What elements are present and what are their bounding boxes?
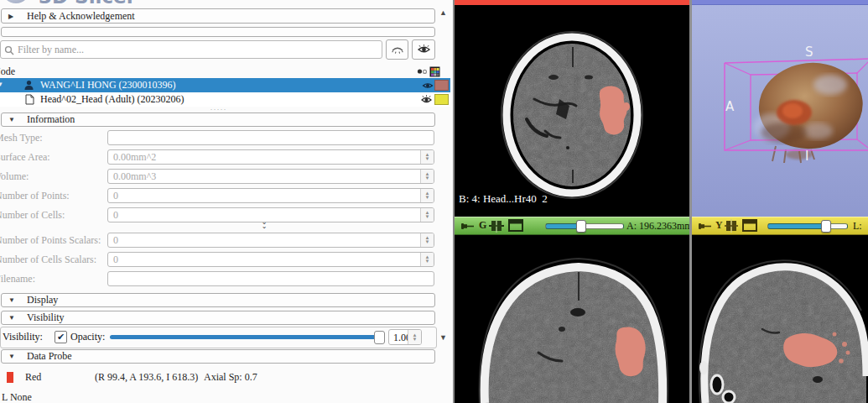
tree-header-node: Node [0, 65, 15, 78]
slice-intersection-icon[interactable] [489, 219, 504, 233]
field-row-surface-area: Surface Area: 0.00mm^2 ▲▼ [0, 149, 437, 165]
slice-offset-slider[interactable] [767, 223, 848, 229]
filename-label: Filename: [0, 273, 35, 285]
num-cells-label: Number of Cells: [0, 209, 65, 222]
yellow-slice-offset: L: [853, 220, 862, 233]
more-fields-chevron-icon[interactable]: ⌄⌄ [258, 220, 270, 230]
spin-stepper[interactable]: ▲▼ [420, 150, 434, 164]
study-icon [25, 94, 34, 105]
orientation-label-superior: S [805, 44, 813, 60]
slice-intersection-icon[interactable] [724, 219, 739, 233]
patient-icon [23, 80, 34, 91]
spin-stepper[interactable]: ▲▼ [408, 330, 421, 344]
scroll-down-icon[interactable]: ▼ [439, 333, 447, 342]
cells-scalars-value: 0 [113, 254, 118, 266]
filter-input[interactable]: Filter by name... [0, 40, 382, 59]
patient-color-swatch[interactable] [434, 80, 449, 91]
window-layout-icon[interactable] [742, 219, 757, 232]
module-spacer-bar[interactable] [1, 27, 435, 37]
app-logo: 3D Slicer [0, 0, 453, 7]
show-hidden-nodes-button[interactable] [386, 39, 408, 60]
view-splitter[interactable] [689, 0, 692, 403]
volume-field[interactable]: 0.00mm^3 ▲▼ [107, 169, 434, 184]
show-visibility-column-button[interactable] [412, 39, 435, 60]
help-section-label: Help & Acknowledgement [27, 10, 135, 23]
patient-visibility-eye-icon[interactable] [422, 81, 434, 90]
slice-view-name: Red [25, 371, 41, 384]
data-probe-slice-line: Red (R 99.4, A 193.6, I 618.3) Axial Sp:… [0, 370, 437, 385]
num-points-field[interactable]: 0 ▲▼ [107, 188, 434, 203]
study-row-label: Head^02_Head (Adult) (20230206) [40, 93, 185, 106]
filename-field[interactable] [107, 271, 434, 286]
volume-label: Volume: [0, 170, 29, 183]
visibility-groupbox: Visibility: ✔ Opacity: 1.00 ▲▼ [0, 327, 437, 348]
red-slice-swatch [7, 372, 13, 383]
probe-spacing: Axial Sp: 0.7 [204, 371, 257, 384]
num-cells-field[interactable]: 0 ▲▼ [107, 207, 434, 222]
expand-caret-icon[interactable]: ▾ [0, 80, 3, 88]
slice-offset-slider[interactable] [545, 223, 624, 229]
threed-view[interactable]: S A I [692, 0, 868, 217]
data-probe-section-label: Data Probe [27, 350, 72, 363]
spin-stepper[interactable]: ▲▼ [420, 233, 434, 247]
points-scalars-field[interactable]: 0 ▲▼ [107, 233, 434, 248]
tree-row-patient[interactable]: ▾ WANG^LI HONG (2300010396) [0, 78, 450, 92]
expanded-triangle-icon: ▼ [8, 314, 27, 322]
visibility-checkbox[interactable]: ✔ [55, 331, 67, 343]
patient-row-label: WANG^LI HONG (2300010396) [40, 79, 176, 92]
num-points-label: Number of Points: [0, 190, 70, 202]
spin-stepper[interactable]: ▲▼ [420, 253, 434, 266]
display-section-label: Display [27, 294, 58, 306]
green-slice-offset: A: 196.2363mm [626, 220, 693, 233]
cells-scalars-field[interactable]: 0 ▲▼ [107, 252, 434, 267]
spin-stepper[interactable]: ▲▼ [420, 208, 434, 222]
sagittal-slice-view[interactable] [692, 235, 868, 403]
slice-offset-slider-handle[interactable] [576, 220, 586, 233]
study-color-swatch[interactable] [434, 94, 449, 105]
expanded-triangle-icon: ▼ [8, 353, 27, 360]
pin-icon[interactable] [699, 222, 712, 230]
cells-scalars-label: Number of Cells Scalars: [0, 254, 96, 266]
opacity-slider[interactable] [110, 335, 383, 339]
slice-offset-slider-handle[interactable] [821, 220, 831, 233]
view-layout: B: 4: Head...Hr40 2 [453, 0, 868, 403]
eye-outline-icon [391, 45, 404, 55]
opacity-label: Opacity: [70, 331, 105, 343]
axial-slice-view[interactable]: B: 4: Head...Hr40 2 [455, 0, 689, 217]
axial-corner-label: B: 4: Head...Hr40 2 [459, 192, 548, 206]
mesh-type-field[interactable] [107, 130, 434, 145]
field-row-points-scalars: Number of Points Scalars: 0 ▲▼ [0, 233, 437, 248]
scroll-up-icon[interactable]: ▲ [439, 8, 447, 17]
coronal-slice-view[interactable] [455, 235, 689, 403]
coronal-ct-image[interactable] [455, 235, 689, 403]
axial-ct-image[interactable] [455, 5, 689, 217]
window-layout-icon[interactable] [508, 219, 523, 232]
opacity-spinbox[interactable]: 1.00 ▲▼ [388, 329, 422, 345]
display-section[interactable]: ▼ Display [1, 293, 435, 307]
panel-scrollbar-track[interactable] [439, 22, 450, 331]
eye-icon [417, 44, 431, 55]
slicer-app-window: 3D Slicer ▶ Help & Acknowledgement Filte… [0, 0, 868, 403]
volume-value: 0.00mm^3 [113, 170, 156, 183]
visibility-section[interactable]: ▼ Visibility [1, 311, 435, 325]
probe-coordinates: (R 99.4, A 193.6, I 618.3) [95, 371, 198, 384]
data-probe-section[interactable]: ▼ Data Probe [1, 349, 435, 364]
yellow-view-label: Y [715, 219, 723, 232]
points-scalars-value: 0 [113, 234, 118, 247]
spin-stepper[interactable]: ▲▼ [420, 189, 434, 202]
threed-rendering[interactable] [692, 5, 868, 217]
node-visibility-icon[interactable] [417, 67, 428, 76]
surface-area-field[interactable]: 0.00mm^2 ▲▼ [107, 149, 434, 165]
information-section[interactable]: ▼ Information [1, 113, 435, 127]
pin-icon[interactable] [461, 222, 475, 230]
spin-stepper[interactable]: ▲▼ [420, 170, 434, 183]
expanded-triangle-icon: ▼ [8, 296, 27, 304]
study-visibility-eye-icon[interactable] [420, 95, 433, 104]
visibility-checkbox-label: Visibility: [3, 331, 43, 343]
opacity-slider-handle[interactable] [374, 331, 385, 344]
filter-placeholder: Filter by name... [18, 44, 84, 56]
color-table-icon[interactable] [429, 66, 440, 77]
help-acknowledgement-section[interactable]: ▶ Help & Acknowledgement [1, 8, 435, 24]
num-cells-value: 0 [113, 209, 118, 222]
sagittal-ct-image[interactable] [692, 235, 868, 403]
